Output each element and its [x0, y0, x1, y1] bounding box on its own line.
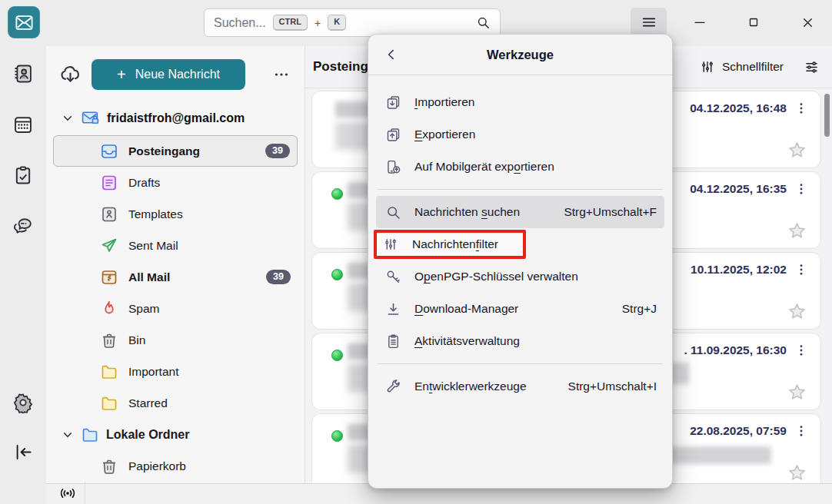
account-row[interactable]: fridaistfroh@gmail.com: [46, 105, 305, 131]
all-mail-icon: [100, 268, 118, 287]
thunderbird-window: Suchen... CTRL + K: [0, 0, 832, 504]
folder-row-all-mail[interactable]: All Mail 39: [46, 261, 305, 293]
calendar-space-button[interactable]: [6, 108, 40, 141]
menu-item-label: Importieren: [414, 95, 474, 109]
folder-row-templates[interactable]: Templates: [46, 198, 305, 230]
hamburger-icon: [641, 14, 657, 31]
folder-row-bin[interactable]: Bin: [46, 324, 305, 356]
folder-row-spam[interactable]: Spam: [46, 293, 305, 324]
new-message-label: Neue Nachricht: [135, 68, 220, 81]
spaces-toolbar: [0, 46, 46, 504]
collapse-button[interactable]: [6, 435, 40, 469]
message-date: 22.08.2025, 07:59: [690, 424, 787, 438]
close-button[interactable]: [789, 8, 826, 37]
search-icon: [476, 15, 491, 30]
folder-label: Sent Mail: [128, 239, 178, 253]
unread-badge: 39: [266, 270, 291, 284]
message-options-button[interactable]: [794, 263, 808, 277]
settings-button[interactable]: [6, 386, 40, 419]
message-options-button[interactable]: [794, 424, 808, 438]
maximize-button[interactable]: [735, 8, 772, 37]
app-menu-button[interactable]: [631, 8, 667, 37]
folder-label: Lokale Ordner: [106, 428, 189, 442]
folder-label: Important: [128, 365, 178, 379]
star-icon[interactable]: [787, 140, 807, 161]
new-message-button[interactable]: + Neue Nachricht: [92, 59, 245, 90]
message-options-button[interactable]: [794, 101, 808, 115]
menu-item-auf-mobilger-t-exportieren[interactable]: Auf Mobilgerät exportieren: [376, 151, 664, 183]
filter-sliders-icon: [383, 237, 400, 252]
menu-separator: [378, 189, 663, 190]
folder-row-posteingang[interactable]: Posteingang 39: [53, 135, 298, 167]
menu-item-exportieren[interactable]: Exportieren: [376, 118, 664, 151]
menu-item-label: Aktivitätsverwaltung: [414, 334, 520, 348]
folder-pane-header: + Neue Nachricht: [46, 46, 305, 101]
message-date: . 11.09.2025, 16:30: [684, 343, 787, 357]
chevron-down-icon[interactable]: [62, 429, 74, 441]
templates-icon: [100, 205, 118, 224]
star-icon[interactable]: [787, 463, 807, 483]
menu-title: Werkzeuge: [487, 48, 554, 62]
unread-dot[interactable]: [331, 430, 343, 442]
get-messages-button[interactable]: [58, 63, 82, 87]
folder-row-drafts[interactable]: Drafts: [46, 167, 305, 198]
menu-item-download-manager[interactable]: Download-Manager Strg+J: [376, 293, 664, 325]
folder-blue-icon: [81, 426, 99, 444]
message-date: 04.12.2025, 16:48: [690, 101, 787, 115]
message-list-display-options-button[interactable]: [804, 59, 820, 75]
unread-dot[interactable]: [331, 350, 343, 361]
unread-dot[interactable]: [331, 269, 343, 280]
folder-row-starred[interactable]: Starred: [46, 387, 305, 419]
folder-row-sent-mail[interactable]: Sent Mail: [46, 230, 305, 261]
menu-item-importieren[interactable]: Importieren: [376, 86, 664, 118]
menu-item-nachrichtenfilter[interactable]: Nachrichtenfilter: [374, 230, 526, 259]
plus-icon: +: [117, 67, 126, 82]
mail-space-button[interactable]: [8, 6, 40, 38]
folder-pane-options-button[interactable]: [272, 65, 291, 84]
menu-item-shortcut: Strg+J: [622, 302, 657, 316]
star-icon[interactable]: [787, 220, 807, 241]
menu-item-aktivit-tsverwaltung[interactable]: Aktivitätsverwaltung: [376, 325, 664, 357]
menu-item-label: OpenPGP-Schlüssel verwalten: [414, 270, 578, 284]
import-icon: [385, 94, 402, 111]
folder-label: Starred: [128, 396, 168, 410]
folder-row-important[interactable]: Important: [46, 356, 305, 387]
scrollbar-thumb[interactable]: [824, 94, 830, 137]
folder-row-papierkorb[interactable]: Papierkorb: [46, 450, 305, 482]
clipboard-icon: [385, 333, 402, 350]
folder-label: Bin: [128, 333, 145, 347]
message-options-button[interactable]: [794, 182, 808, 196]
download-icon: [385, 301, 402, 317]
menu-item-entwicklerwerkzeuge[interactable]: Entwicklerwerkzeuge Strg+Umschalt+I: [376, 370, 664, 403]
minimize-button[interactable]: [681, 8, 718, 37]
global-search-box[interactable]: Suchen... CTRL + K: [204, 8, 501, 37]
menu-item-nachrichten-suchen[interactable]: Nachrichten suchen Strg+Umschalt+F: [376, 196, 664, 228]
chevron-down-icon[interactable]: [62, 112, 74, 124]
account-email: fridaistfroh@gmail.com: [107, 111, 245, 125]
address-book-space-button[interactable]: [6, 57, 40, 91]
folder-label: All Mail: [128, 270, 170, 284]
folder-yellow-icon: [100, 394, 118, 413]
unread-dot[interactable]: [331, 188, 343, 200]
collapse-icon: [13, 442, 34, 463]
quick-filter-button[interactable]: Schnellfilter: [700, 59, 784, 75]
star-icon[interactable]: [787, 382, 807, 403]
menu-item-label: Download-Manager: [414, 302, 518, 316]
star-icon[interactable]: [787, 301, 807, 322]
k-key-badge: K: [328, 15, 346, 30]
menu-item-label: Nachrichten suchen: [414, 205, 520, 219]
quick-filter-label: Schnellfilter: [722, 60, 784, 74]
tasks-space-button[interactable]: [6, 158, 40, 192]
filter-sliders-icon: [700, 59, 715, 75]
key-icon: [385, 269, 402, 285]
network-activity-icon: [51, 482, 85, 504]
message-options-button[interactable]: [794, 343, 808, 357]
wrench-icon: [385, 379, 402, 395]
message-date: 04.12.2025, 16:35: [690, 182, 787, 196]
chat-space-button[interactable]: [6, 209, 40, 243]
folder-row-lokale-ordner[interactable]: Lokale Ordner: [46, 419, 305, 450]
menu-back-button[interactable]: [381, 44, 402, 65]
search-icon: [385, 204, 402, 220]
menu-item-openpgp-schl-ssel-verwalten[interactable]: OpenPGP-Schlüssel verwalten: [376, 260, 664, 293]
folder-label: Posteingang: [128, 144, 200, 158]
